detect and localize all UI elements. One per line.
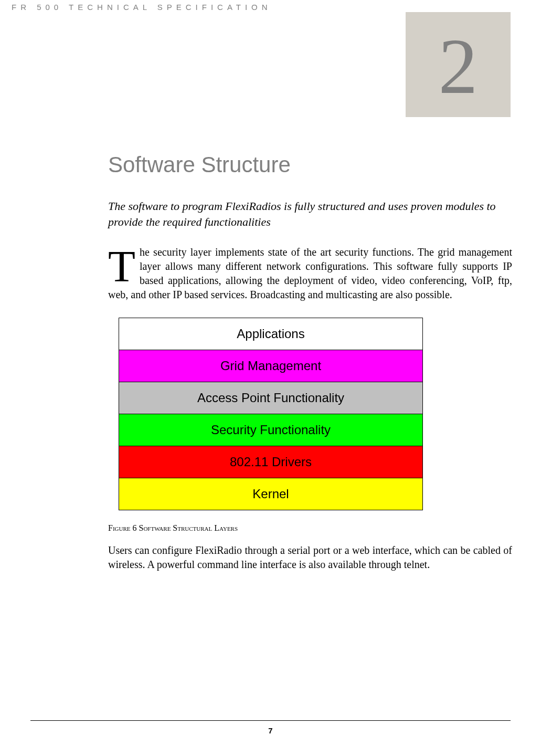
layers-diagram: Applications Grid Management Access Poin…: [119, 318, 423, 510]
chapter-number: 2: [439, 24, 478, 106]
layer-applications: Applications: [119, 318, 423, 350]
body-paragraph-2: Users can configure FlexiRadio through a…: [108, 543, 512, 572]
main-content: Software Structure The software to progr…: [108, 152, 512, 572]
layer-drivers: 802.11 Drivers: [119, 446, 423, 478]
page-number: 7: [0, 726, 541, 735]
page: FR 500 TECHNICAL SPECIFICATION 2 Softwar…: [0, 0, 541, 756]
chapter-box: 2: [406, 12, 511, 117]
layer-security: Security Functionality: [119, 414, 423, 446]
header-running-title: FR 500 TECHNICAL SPECIFICATION: [12, 3, 272, 12]
layer-kernel: Kernel: [119, 478, 423, 510]
layer-grid-management: Grid Management: [119, 350, 423, 382]
body-paragraph-1: The security layer implements state of t…: [108, 245, 512, 302]
dropcap-letter: T: [108, 245, 140, 285]
subtitle: The software to program FlexiRadios is f…: [108, 198, 512, 229]
footer-divider: [30, 720, 511, 721]
body-text-1: he security layer implements state of th…: [108, 246, 512, 300]
figure-caption: Figure 6 Software Structural Layers: [108, 523, 512, 533]
page-title: Software Structure: [108, 152, 512, 177]
layer-access-point: Access Point Functionality: [119, 382, 423, 414]
footer: 7: [0, 720, 541, 735]
